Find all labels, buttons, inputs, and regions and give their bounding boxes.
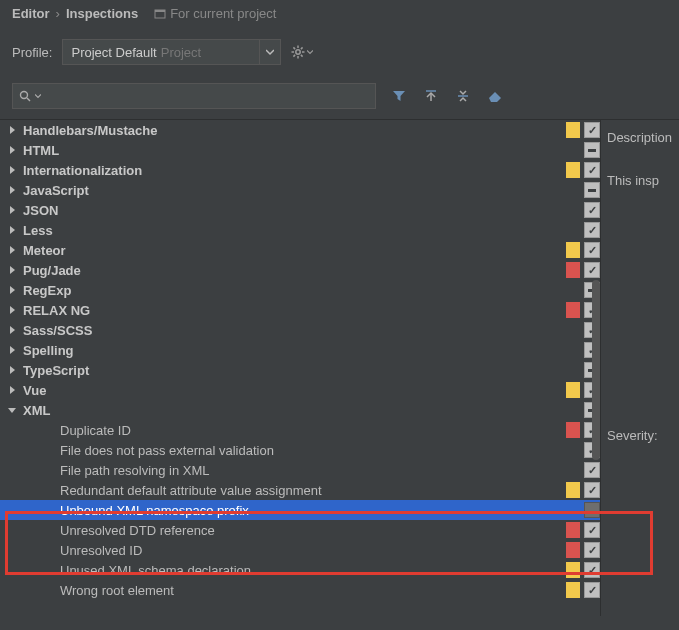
expand-arrow-icon[interactable] (5, 363, 19, 377)
expand-arrow-icon[interactable] (5, 283, 19, 297)
chevron-down-icon (266, 48, 274, 56)
search-input[interactable] (45, 85, 369, 107)
tree-row[interactable]: Redundant default attribute value assign… (0, 480, 600, 500)
collapse-arrow-icon[interactable] (5, 403, 19, 417)
arrow-placeholder (42, 523, 56, 537)
tree-row-label: File does not pass external validation (60, 443, 566, 458)
tree-row[interactable]: Sass/SCSS✓ (0, 320, 600, 340)
expand-arrow-icon[interactable] (5, 263, 19, 277)
expand-arrow-icon[interactable] (5, 203, 19, 217)
severity-swatch (566, 422, 580, 438)
detail-pane: Description This insp Severity: (601, 120, 679, 616)
expand-arrow-icon[interactable] (5, 123, 19, 137)
svg-line-10 (294, 55, 296, 57)
profile-name: Project Default (71, 45, 156, 60)
breadcrumb: Editor › Inspections For current project (0, 0, 679, 21)
inspection-checkbox[interactable]: ✓ (584, 202, 600, 218)
severity-swatch (566, 182, 580, 198)
tree-row[interactable]: XML (0, 400, 600, 420)
description-heading: Description (607, 130, 673, 145)
svg-line-12 (27, 98, 30, 101)
breadcrumb-inspections[interactable]: Inspections (66, 6, 138, 21)
inspection-checkbox[interactable]: ✓ (584, 462, 600, 478)
inspection-tree[interactable]: Handlebars/Mustache✓HTMLInternationaliza… (0, 120, 601, 616)
expand-arrow-icon[interactable] (5, 143, 19, 157)
tree-row[interactable]: File does not pass external validation✓ (0, 440, 600, 460)
inspection-checkbox[interactable]: ✓ (584, 582, 600, 598)
tree-row[interactable]: HTML (0, 140, 600, 160)
tree-row[interactable]: Unbound XML namespace prefix (0, 500, 600, 520)
tree-row[interactable]: Spelling✓ (0, 340, 600, 360)
inspection-checkbox[interactable] (584, 142, 600, 158)
severity-swatch (566, 322, 580, 338)
expand-arrow-icon[interactable] (5, 163, 19, 177)
arrow-placeholder (42, 423, 56, 437)
tree-row[interactable]: JSON✓ (0, 200, 600, 220)
expand-arrow-icon[interactable] (5, 183, 19, 197)
tree-row[interactable]: Pug/Jade✓ (0, 260, 600, 280)
tree-row[interactable]: Vue✓ (0, 380, 600, 400)
inspection-checkbox[interactable] (584, 182, 600, 198)
severity-swatch (566, 162, 580, 178)
breadcrumb-editor[interactable]: Editor (12, 6, 50, 21)
tree-row[interactable]: File path resolving in XML✓ (0, 460, 600, 480)
severity-label: Severity: (607, 428, 673, 443)
tree-row-label: XML (23, 403, 566, 418)
profile-dropdown[interactable]: Project Default Project (62, 39, 281, 65)
expand-arrow-icon[interactable] (5, 323, 19, 337)
inspection-checkbox[interactable]: ✓ (584, 542, 600, 558)
tree-row[interactable]: RegExp (0, 280, 600, 300)
expand-arrow-icon[interactable] (5, 243, 19, 257)
expand-arrow-icon[interactable] (5, 383, 19, 397)
severity-swatch (566, 222, 580, 238)
severity-swatch (566, 502, 580, 518)
profile-settings-button[interactable] (291, 45, 313, 59)
severity-swatch (566, 482, 580, 498)
arrow-placeholder (42, 563, 56, 577)
tree-row-label: Sass/SCSS (23, 323, 566, 338)
inspection-checkbox[interactable]: ✓ (584, 222, 600, 238)
search-input-wrapper[interactable] (12, 83, 376, 109)
tree-row[interactable]: TypeScript (0, 360, 600, 380)
svg-point-11 (21, 92, 28, 99)
inspection-checkbox[interactable]: ✓ (584, 122, 600, 138)
inspection-checkbox[interactable]: ✓ (584, 522, 600, 538)
tree-row-label: JavaScript (23, 183, 566, 198)
expand-arrow-icon[interactable] (5, 303, 19, 317)
severity-swatch (566, 542, 580, 558)
tree-row[interactable]: Handlebars/Mustache✓ (0, 120, 600, 140)
expand-all-button[interactable] (422, 87, 440, 105)
svg-line-9 (301, 47, 303, 49)
expand-arrow-icon[interactable] (5, 223, 19, 237)
inspection-checkbox[interactable]: ✓ (584, 262, 600, 278)
arrow-placeholder (42, 503, 56, 517)
tree-row[interactable]: Meteor✓ (0, 240, 600, 260)
tree-row[interactable]: Wrong root element✓ (0, 580, 600, 600)
tree-row[interactable]: Duplicate ID✓ (0, 420, 600, 440)
tree-row-label: Spelling (23, 343, 566, 358)
svg-line-7 (294, 47, 296, 49)
chevron-down-icon (307, 49, 313, 55)
inspection-checkbox[interactable]: ✓ (584, 482, 600, 498)
tree-row[interactable]: Unresolved ID✓ (0, 540, 600, 560)
arrow-placeholder (42, 463, 56, 477)
collapse-all-button[interactable] (454, 87, 472, 105)
reset-button[interactable] (486, 87, 504, 105)
severity-swatch (566, 402, 580, 418)
inspection-checkbox[interactable]: ✓ (584, 242, 600, 258)
tree-row[interactable]: Less✓ (0, 220, 600, 240)
tree-row[interactable]: Internationalization✓ (0, 160, 600, 180)
tree-row-label: Redundant default attribute value assign… (60, 483, 566, 498)
filter-button[interactable] (390, 87, 408, 105)
tree-row[interactable]: JavaScript (0, 180, 600, 200)
inspection-checkbox[interactable] (584, 502, 600, 518)
tree-row[interactable]: Unused XML schema declaration✓ (0, 560, 600, 580)
inspection-checkbox[interactable]: ✓ (584, 162, 600, 178)
tree-row[interactable]: RELAX NG✓ (0, 300, 600, 320)
profile-dropdown-button[interactable] (259, 40, 280, 64)
inspection-checkbox[interactable]: ✓ (584, 562, 600, 578)
expand-arrow-icon[interactable] (5, 343, 19, 357)
tree-row[interactable]: Unresolved DTD reference✓ (0, 520, 600, 540)
eraser-icon (487, 90, 503, 102)
tree-scrollbar[interactable] (592, 280, 600, 460)
